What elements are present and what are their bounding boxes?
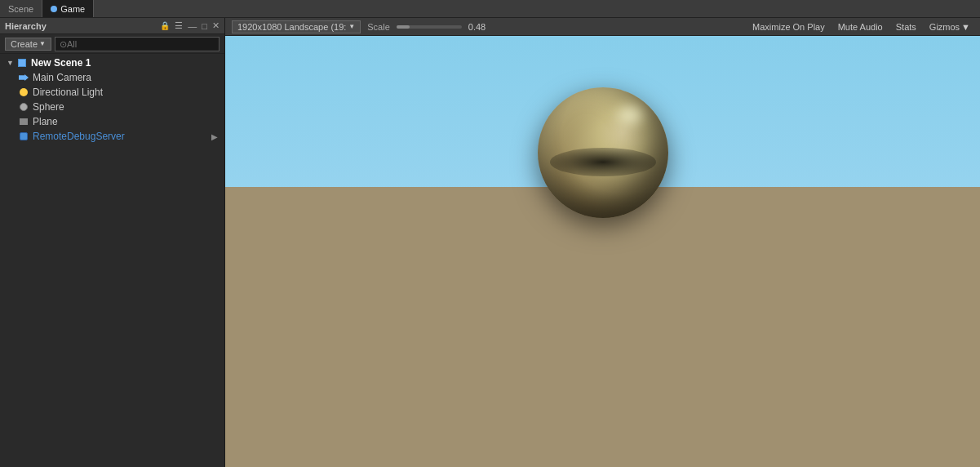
scale-slider-track	[397, 25, 410, 29]
hierarchy-header-icons: 🔒 ☰ — □ ✕	[160, 20, 220, 31]
main-camera-label: Main Camera	[33, 72, 91, 83]
remote-debug-arrow-icon: ▶	[211, 132, 218, 141]
scene-root-item[interactable]: ▼ New Scene 1	[0, 56, 224, 70]
light-icon	[18, 87, 29, 98]
create-label: Create	[11, 39, 38, 49]
scene-name-label: New Scene 1	[31, 57, 91, 69]
sphere-shadow	[550, 148, 656, 176]
scene-icon	[16, 57, 28, 69]
tab-scene[interactable]: Scene	[0, 0, 42, 17]
sphere-label: Sphere	[33, 101, 64, 113]
resolution-arrow-icon: ▼	[348, 23, 355, 30]
server-icon	[18, 131, 29, 142]
hierarchy-item-plane[interactable]: Plane	[0, 114, 224, 129]
create-arrow-icon: ▼	[39, 40, 46, 47]
game-toolbar: 1920x1080 Landscape (19: ▼ Scale 0.48 Ma…	[225, 18, 980, 36]
camera-icon	[18, 72, 29, 83]
gizmos-arrow-icon: ▼	[961, 22, 970, 32]
minimize-icon[interactable]: —	[188, 21, 197, 31]
hierarchy-item-sphere[interactable]: Sphere	[0, 100, 224, 114]
game-dot-icon	[51, 6, 57, 12]
game-view-panel: 1920x1080 Landscape (19: ▼ Scale 0.48 Ma…	[225, 18, 980, 467]
stats-button[interactable]: Stats	[893, 21, 920, 33]
sphere-icon	[18, 101, 29, 113]
game-canvas	[225, 36, 980, 467]
create-button[interactable]: Create ▼	[5, 38, 51, 51]
scale-label: Scale	[367, 22, 390, 32]
close-icon[interactable]: ✕	[212, 20, 220, 31]
gizmos-label: Gizmos	[929, 22, 960, 32]
main-layout: Hierarchy 🔒 ☰ — □ ✕ Create ▼ ▼	[0, 18, 980, 467]
hierarchy-toolbar: Create ▼	[0, 34, 224, 54]
hierarchy-panel: Hierarchy 🔒 ☰ — □ ✕ Create ▼ ▼	[0, 18, 225, 467]
resolution-button[interactable]: 1920x1080 Landscape (19: ▼	[232, 20, 361, 33]
hierarchy-title: Hierarchy	[5, 21, 47, 31]
hierarchy-header: Hierarchy 🔒 ☰ — □ ✕	[0, 18, 224, 34]
top-tab-bar: Scene Game	[0, 0, 980, 18]
scale-slider[interactable]	[397, 25, 462, 29]
maximize-on-play-button[interactable]: Maximize On Play	[749, 21, 828, 33]
scene-toggle-icon: ▼	[7, 59, 15, 67]
tab-game[interactable]: Game	[42, 0, 94, 17]
gizmos-button[interactable]: Gizmos ▼	[926, 21, 973, 33]
menu-icon[interactable]: ☰	[175, 20, 183, 31]
tab-scene-label: Scene	[8, 4, 33, 14]
resolution-label: 1920x1080 Landscape (19:	[237, 22, 346, 32]
hierarchy-item-directional-light[interactable]: Directional Light	[0, 85, 224, 100]
tab-game-label: Game	[60, 4, 85, 14]
ground-plane	[225, 187, 980, 467]
plane-icon	[18, 116, 29, 127]
directional-light-label: Directional Light	[33, 87, 103, 98]
mute-audio-button[interactable]: Mute Audio	[835, 21, 886, 33]
hierarchy-tree: ▼ New Scene 1 Main Camera Directional Li…	[0, 54, 224, 467]
sphere-object	[538, 87, 668, 218]
hierarchy-item-remote-debug[interactable]: RemoteDebugServer ▶	[0, 129, 224, 144]
hierarchy-item-main-camera[interactable]: Main Camera	[0, 70, 224, 85]
maximize-icon[interactable]: □	[202, 21, 207, 31]
plane-label: Plane	[33, 116, 58, 127]
remote-debug-label: RemoteDebugServer	[33, 131, 125, 142]
scale-value: 0.48	[468, 22, 486, 32]
search-input[interactable]	[55, 37, 220, 51]
lock-icon[interactable]: 🔒	[160, 21, 170, 30]
